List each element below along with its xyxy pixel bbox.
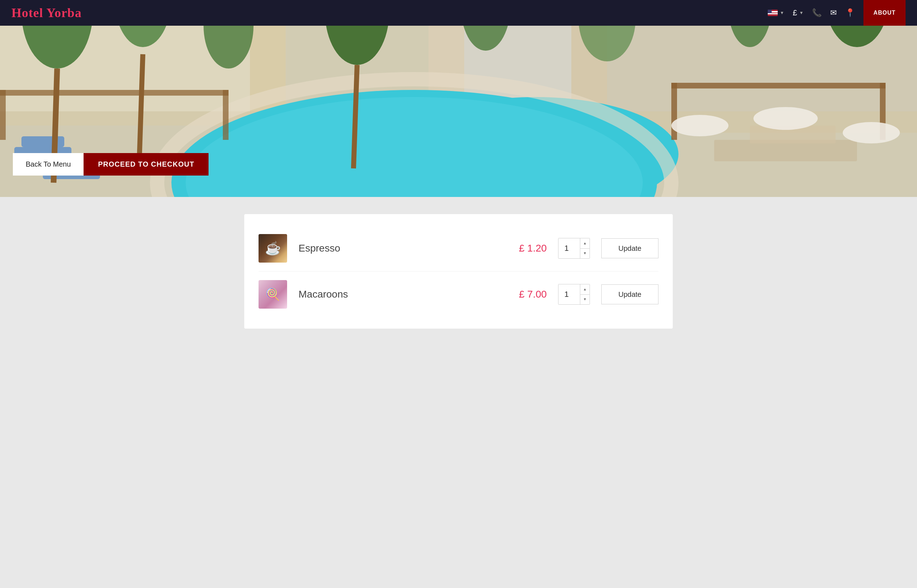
hero-section: Back To Menu PROCEED TO CHECKOUT <box>0 26 917 197</box>
language-selector[interactable]: ▼ <box>768 10 784 16</box>
espresso-name: Espresso <box>298 242 485 254</box>
svg-point-32 <box>843 122 900 144</box>
espresso-price: £ 1.20 <box>497 242 547 254</box>
espresso-qty-up-button[interactable]: ▲ <box>580 238 590 249</box>
macaroons-update-button[interactable]: Update <box>601 284 658 304</box>
cart-section: Espresso £ 1.20 ▲ ▼ Update Macaroons £ 7… <box>0 197 917 346</box>
svg-point-30 <box>671 115 729 136</box>
location-icon[interactable]: 📍 <box>845 8 855 18</box>
back-to-menu-button[interactable]: Back To Menu <box>13 153 84 176</box>
espresso-quantity-input[interactable] <box>559 238 580 258</box>
svg-rect-20 <box>21 136 64 147</box>
svg-point-31 <box>753 107 818 130</box>
espresso-update-button[interactable]: Update <box>601 238 658 258</box>
macaroons-quantity-control: ▲ ▼ <box>558 284 590 305</box>
cart-item-espresso: Espresso £ 1.20 ▲ ▼ Update <box>259 226 658 271</box>
macaroons-qty-down-button[interactable]: ▼ <box>580 295 590 305</box>
currency-selector[interactable]: £ ▼ <box>793 8 804 18</box>
espresso-image <box>259 234 287 263</box>
svg-rect-27 <box>0 90 228 95</box>
cart-card: Espresso £ 1.20 ▲ ▼ Update Macaroons £ 7… <box>244 214 673 329</box>
proceed-to-checkout-button[interactable]: PROCEED TO CHECKOUT <box>84 153 209 176</box>
hero-buttons: Back To Menu PROCEED TO CHECKOUT <box>13 153 209 176</box>
svg-rect-28 <box>0 90 6 140</box>
svg-line-34 <box>139 54 143 161</box>
header: Hotel Yorba ▼ £ ▼ 📞 ✉ 📍 ABOUT <box>0 0 917 26</box>
cart-item-macaroons: Macaroons £ 7.00 ▲ ▼ Update <box>259 271 658 317</box>
macaroons-price: £ 7.00 <box>497 289 547 300</box>
espresso-spinners: ▲ ▼ <box>580 238 590 258</box>
currency-display: £ <box>793 8 797 18</box>
header-controls: ▼ £ ▼ 📞 ✉ 📍 ABOUT <box>768 0 906 26</box>
language-chevron-icon: ▼ <box>780 10 784 15</box>
macaroons-name: Macaroons <box>298 289 485 300</box>
logo: Hotel Yorba <box>11 5 82 20</box>
svg-rect-24 <box>671 83 886 89</box>
macaroons-qty-up-button[interactable]: ▲ <box>580 284 590 295</box>
macaroons-spinners: ▲ ▼ <box>580 284 590 304</box>
phone-icon[interactable]: 📞 <box>812 8 821 18</box>
svg-rect-29 <box>223 90 228 140</box>
macaroons-quantity-input[interactable] <box>559 284 580 304</box>
macaroons-image <box>259 280 287 309</box>
about-button[interactable]: ABOUT <box>864 0 906 26</box>
flag-us-icon <box>768 10 778 16</box>
mail-icon[interactable]: ✉ <box>830 8 837 18</box>
svg-line-35 <box>353 65 357 168</box>
espresso-qty-down-button[interactable]: ▼ <box>580 249 590 258</box>
currency-chevron-icon: ▼ <box>799 10 804 15</box>
espresso-quantity-control: ▲ ▼ <box>558 238 590 258</box>
